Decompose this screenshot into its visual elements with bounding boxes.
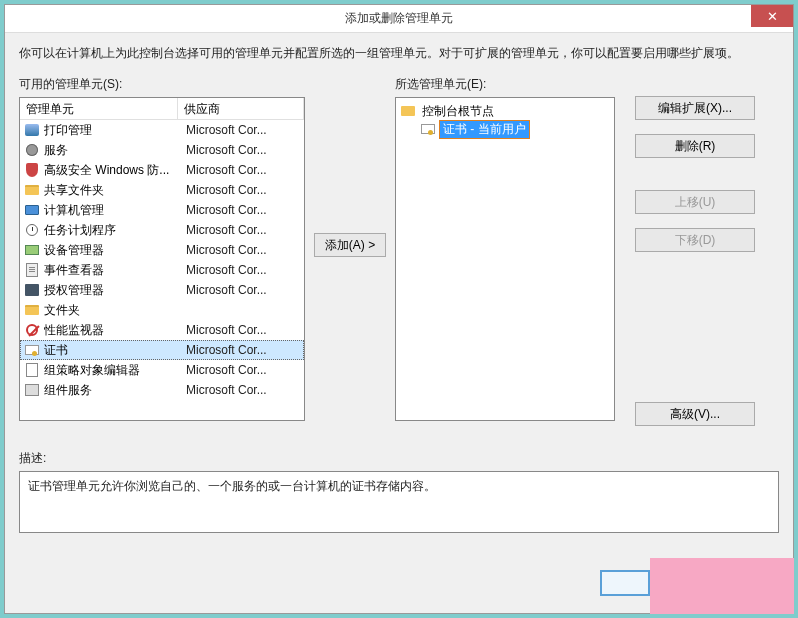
available-panel: 可用的管理单元(S): 管理单元 供应商 打印管理Microsoft Cor..… — [19, 76, 305, 421]
list-item[interactable]: 高级安全 Windows 防...Microsoft Cor... — [20, 160, 304, 180]
snapin-icon — [24, 242, 40, 258]
available-listbox[interactable]: 管理单元 供应商 打印管理Microsoft Cor...服务Microsoft… — [19, 97, 305, 421]
list-item[interactable]: 打印管理Microsoft Cor... — [20, 120, 304, 140]
snapin-name: 事件查看器 — [44, 262, 182, 279]
selected-label: 所选管理单元(E): — [395, 76, 615, 93]
snapin-name: 组策略对象编辑器 — [44, 362, 182, 379]
snapin-vendor: Microsoft Cor... — [182, 183, 304, 197]
list-item[interactable]: 事件查看器Microsoft Cor... — [20, 260, 304, 280]
snapin-icon — [24, 382, 40, 398]
advanced-button[interactable]: 高级(V)... — [635, 402, 755, 426]
selected-panel: 所选管理单元(E): 控制台根节点 证书 - 当前用户 — [395, 76, 615, 421]
snapin-vendor: Microsoft Cor... — [182, 323, 304, 337]
ok-button-partial[interactable] — [600, 570, 650, 596]
snapin-name: 计算机管理 — [44, 202, 182, 219]
available-rows: 打印管理Microsoft Cor...服务Microsoft Cor...高级… — [20, 120, 304, 421]
list-item[interactable]: 证书Microsoft Cor... — [20, 340, 304, 360]
tree-child[interactable]: 证书 - 当前用户 — [400, 120, 610, 138]
snapin-icon — [24, 202, 40, 218]
snapin-icon — [24, 162, 40, 178]
list-item[interactable]: 计算机管理Microsoft Cor... — [20, 200, 304, 220]
move-down-button[interactable]: 下移(D) — [635, 228, 755, 252]
tree-root[interactable]: 控制台根节点 — [400, 102, 610, 120]
snapin-vendor: Microsoft Cor... — [182, 283, 304, 297]
snapin-icon — [24, 182, 40, 198]
col-header-vendor[interactable]: 供应商 — [178, 98, 304, 119]
snapin-vendor: Microsoft Cor... — [182, 143, 304, 157]
list-item[interactable]: 文件夹 — [20, 300, 304, 320]
close-button[interactable]: ✕ — [751, 5, 793, 27]
snapin-icon — [24, 142, 40, 158]
description-label: 描述: — [19, 450, 779, 467]
action-buttons-panel: 编辑扩展(X)... 删除(R) 上移(U) 下移(D) 高级(V)... — [623, 76, 779, 436]
intro-text: 你可以在计算机上为此控制台选择可用的管理单元并配置所选的一组管理单元。对于可扩展… — [19, 45, 779, 62]
dialog-window: 添加或删除管理单元 ✕ 你可以在计算机上为此控制台选择可用的管理单元并配置所选的… — [4, 4, 794, 614]
snapin-name: 证书 — [44, 342, 182, 359]
dialog-body: 你可以在计算机上为此控制台选择可用的管理单元并配置所选的一组管理单元。对于可扩展… — [5, 33, 793, 543]
snapin-name: 打印管理 — [44, 122, 182, 139]
snapin-icon — [24, 302, 40, 318]
window-title: 添加或删除管理单元 — [345, 10, 453, 27]
list-item[interactable]: 授权管理器Microsoft Cor... — [20, 280, 304, 300]
col-header-name[interactable]: 管理单元 — [20, 98, 178, 119]
snapin-vendor: Microsoft Cor... — [182, 243, 304, 257]
move-up-button[interactable]: 上移(U) — [635, 190, 755, 214]
snapin-icon — [24, 362, 40, 378]
title-bar: 添加或删除管理单元 ✕ — [5, 5, 793, 33]
close-icon: ✕ — [767, 9, 778, 24]
list-header[interactable]: 管理单元 供应商 — [20, 98, 304, 120]
add-button[interactable]: 添加(A) > — [314, 233, 386, 257]
snapin-name: 性能监视器 — [44, 322, 182, 339]
list-item[interactable]: 性能监视器Microsoft Cor... — [20, 320, 304, 340]
snapin-name: 共享文件夹 — [44, 182, 182, 199]
snapin-name: 设备管理器 — [44, 242, 182, 259]
snapin-vendor: Microsoft Cor... — [182, 383, 304, 397]
snapin-icon — [24, 122, 40, 138]
snapin-vendor: Microsoft Cor... — [182, 163, 304, 177]
description-area: 描述: 证书管理单元允许你浏览自己的、一个服务的或一台计算机的证书存储内容。 — [19, 450, 779, 533]
list-item[interactable]: 共享文件夹Microsoft Cor... — [20, 180, 304, 200]
edit-extensions-button[interactable]: 编辑扩展(X)... — [635, 96, 755, 120]
snapin-icon — [24, 322, 40, 338]
list-item[interactable]: 任务计划程序Microsoft Cor... — [20, 220, 304, 240]
snapin-icon — [24, 282, 40, 298]
available-label: 可用的管理单元(S): — [19, 76, 305, 93]
snapin-vendor: Microsoft Cor... — [182, 363, 304, 377]
snapin-vendor: Microsoft Cor... — [182, 223, 304, 237]
snapin-icon — [24, 222, 40, 238]
tree-child-label: 证书 - 当前用户 — [439, 120, 530, 139]
list-item[interactable]: 服务Microsoft Cor... — [20, 140, 304, 160]
snapin-icon — [24, 342, 40, 358]
snapin-name: 文件夹 — [44, 302, 182, 319]
cert-icon — [420, 121, 436, 137]
tree-root-label: 控制台根节点 — [419, 103, 497, 120]
description-box: 证书管理单元允许你浏览自己的、一个服务的或一台计算机的证书存储内容。 — [19, 471, 779, 533]
selected-tree[interactable]: 控制台根节点 证书 - 当前用户 — [395, 97, 615, 421]
columns-container: 可用的管理单元(S): 管理单元 供应商 打印管理Microsoft Cor..… — [19, 76, 779, 436]
middle-panel: 添加(A) > — [313, 76, 387, 414]
snapin-name: 授权管理器 — [44, 282, 182, 299]
snapin-vendor: Microsoft Cor... — [182, 123, 304, 137]
remove-button[interactable]: 删除(R) — [635, 134, 755, 158]
list-item[interactable]: 组策略对象编辑器Microsoft Cor... — [20, 360, 304, 380]
list-item[interactable]: 设备管理器Microsoft Cor... — [20, 240, 304, 260]
snapin-name: 组件服务 — [44, 382, 182, 399]
snapin-vendor: Microsoft Cor... — [182, 263, 304, 277]
snapin-icon — [24, 262, 40, 278]
snapin-vendor: Microsoft Cor... — [182, 203, 304, 217]
overlay — [650, 558, 794, 614]
folder-icon — [400, 103, 416, 119]
snapin-vendor: Microsoft Cor... — [182, 343, 304, 357]
snapin-name: 任务计划程序 — [44, 222, 182, 239]
snapin-name: 高级安全 Windows 防... — [44, 162, 182, 179]
list-item[interactable]: 组件服务Microsoft Cor... — [20, 380, 304, 400]
snapin-name: 服务 — [44, 142, 182, 159]
